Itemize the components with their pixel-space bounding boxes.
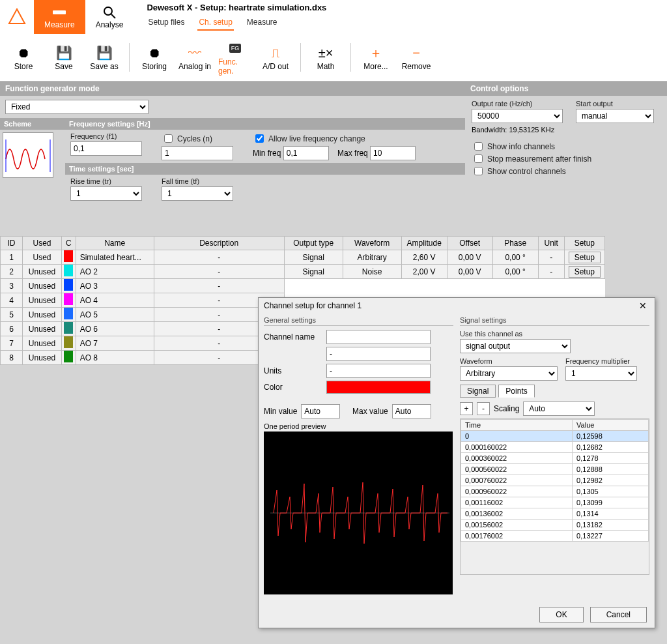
setup-button[interactable]: Setup	[569, 266, 601, 278]
rise-label: Rise time (tr)	[70, 177, 142, 185]
useas-select[interactable]: signal output	[460, 339, 571, 353]
scaling-select[interactable]: Auto	[523, 402, 595, 416]
tool-adout[interactable]: ⎍A/D out	[257, 41, 294, 74]
adout-icon: ⎍	[266, 44, 285, 62]
waveform-select[interactable]: Arbitrary	[460, 366, 558, 381]
tab-measure[interactable]: Measure	[34, 0, 85, 34]
points-row[interactable]: 0,0003600220,1278	[461, 453, 649, 464]
th-amp[interactable]: Amplitude	[401, 237, 447, 250]
th-wave[interactable]: Waveform	[343, 237, 401, 250]
general-settings-header: General settings	[264, 316, 453, 326]
tool-storing[interactable]: ⏺Storing	[136, 41, 173, 74]
app-title: Dewesoft X - Setup: heartrate simulation…	[147, 0, 326, 14]
minfreq-label: Min freq	[253, 149, 281, 158]
tool-analogin[interactable]: 〰Analog in	[177, 41, 213, 74]
th-c[interactable]: C	[62, 237, 76, 250]
th-phase[interactable]: Phase	[492, 237, 538, 250]
show-ctrl-check[interactable]: Show control channels	[472, 165, 566, 177]
time-title: Time settings [sec]	[65, 163, 465, 175]
mode-select[interactable]: Fixed	[5, 100, 149, 114]
points-row[interactable]: 0,0007600220,12982	[461, 475, 649, 486]
stop-after-check[interactable]: Stop measurement after finish	[472, 153, 591, 165]
subtab-setup-files[interactable]: Setup files	[147, 15, 186, 31]
points-row[interactable]: 0,001160020,13099	[461, 497, 649, 508]
math-icon: ±×	[317, 44, 335, 62]
startout-select[interactable]: manual	[576, 109, 654, 123]
color-swatch[interactable]	[326, 381, 431, 394]
freq-input[interactable]	[70, 141, 142, 156]
top-ribbon: Measure Analyse Dewesoft X - Setup: hear…	[0, 0, 667, 34]
fall-select[interactable]: 1	[162, 186, 233, 201]
tool-store[interactable]: ⏺Store	[5, 41, 42, 74]
cycles-input[interactable]	[162, 146, 233, 160]
remove-point-btn[interactable]: -	[477, 402, 490, 415]
fmult-select[interactable]: 1	[565, 366, 637, 381]
maxfreq-input[interactable]	[370, 146, 416, 160]
outrate-select[interactable]: 50000	[472, 109, 563, 123]
waveform-preview	[264, 432, 453, 594]
minfreq-input[interactable]	[283, 146, 329, 160]
points-row[interactable]: 0,001360020,1314	[461, 508, 649, 520]
points-row[interactable]: 00,12598	[461, 431, 649, 442]
tool-save[interactable]: 💾Save	[46, 41, 82, 74]
ok-button[interactable]: OK	[539, 607, 583, 622]
scheme-preview[interactable]	[3, 132, 53, 178]
separator	[129, 43, 130, 72]
tool-more[interactable]: ＋More...	[358, 41, 394, 74]
subtab-measure[interactable]: Measure	[246, 15, 279, 31]
pts-th-value[interactable]: Value	[573, 420, 649, 431]
th-name[interactable]: Name	[76, 237, 154, 250]
units-input[interactable]	[326, 364, 431, 378]
tool-remove[interactable]: −Remove	[398, 41, 434, 74]
th-output[interactable]: Output type	[284, 237, 343, 250]
panel-ctrl-title: Control options	[465, 81, 667, 96]
tab-analyse[interactable]: Analyse	[85, 0, 134, 34]
tool-saveas[interactable]: 💾Save as	[86, 41, 122, 74]
measure-icon	[51, 5, 67, 20]
add-point-btn[interactable]: +	[460, 402, 473, 415]
tab-signal-btn[interactable]: Signal	[460, 385, 496, 398]
cancel-button[interactable]: Cancel	[590, 607, 647, 622]
saveas-icon: 💾	[95, 44, 113, 62]
svg-rect-1	[53, 10, 66, 14]
table-row[interactable]: 1UsedSimulated heart...-SignalArbitrary2…	[1, 250, 605, 265]
bandwidth-label: Bandwidth: 19,53125 KHz	[472, 126, 563, 134]
th-setup[interactable]: Setup	[564, 237, 604, 250]
th-unit[interactable]: Unit	[538, 237, 564, 250]
th-id[interactable]: ID	[1, 237, 23, 250]
th-off[interactable]: Offset	[447, 237, 492, 250]
table-row[interactable]: 2UnusedAO 2-SignalNoise2,00 V0,00 V0,00 …	[1, 265, 605, 279]
th-desc[interactable]: Description	[154, 237, 284, 250]
table-row[interactable]: 3UnusedAO 3-	[1, 279, 605, 293]
points-table-wrap[interactable]: Time Value 00,125980,0001600220,126820,0…	[460, 418, 649, 575]
maxv-input[interactable]	[392, 404, 431, 418]
points-row[interactable]: 0,001560020,13182	[461, 520, 649, 531]
scaling-label: Scaling	[494, 404, 519, 413]
show-info-check[interactable]: Show info channels	[472, 140, 555, 153]
close-icon[interactable]: ✕	[636, 300, 649, 311]
minv-input[interactable]	[301, 404, 340, 418]
allow-live-check[interactable]: Allow live frequency change	[253, 132, 365, 145]
points-row[interactable]: 0,001760020,13227	[461, 531, 649, 542]
points-row[interactable]: 0,0005600220,12888	[461, 464, 649, 475]
th-used[interactable]: Used	[23, 237, 62, 250]
useas-label: Use this channel as	[460, 330, 649, 338]
cycles-check[interactable]: Cycles (n)	[162, 132, 212, 145]
units-label: Units	[264, 366, 322, 375]
record-icon: ⏺	[14, 44, 33, 62]
rise-select[interactable]: 1	[70, 186, 142, 201]
pts-th-time[interactable]: Time	[461, 420, 573, 431]
tab-points-btn[interactable]: Points	[498, 385, 534, 398]
tool-math[interactable]: ±×Math	[307, 41, 344, 74]
plus-icon: ＋	[367, 44, 385, 62]
chname-sub-input[interactable]	[326, 347, 431, 361]
fall-label: Fall time (tf)	[162, 177, 233, 185]
points-row[interactable]: 0,0001600220,12682	[461, 442, 649, 453]
chname-input[interactable]	[326, 330, 431, 344]
tab-analyse-label: Analyse	[96, 20, 124, 29]
tool-funcgen[interactable]: FGFunc. gen.	[217, 37, 253, 78]
tab-measure-label: Measure	[44, 20, 75, 29]
setup-button[interactable]: Setup	[569, 252, 601, 263]
subtab-ch-setup[interactable]: Ch. setup	[197, 15, 233, 31]
points-row[interactable]: 0,0009600220,1305	[461, 486, 649, 497]
